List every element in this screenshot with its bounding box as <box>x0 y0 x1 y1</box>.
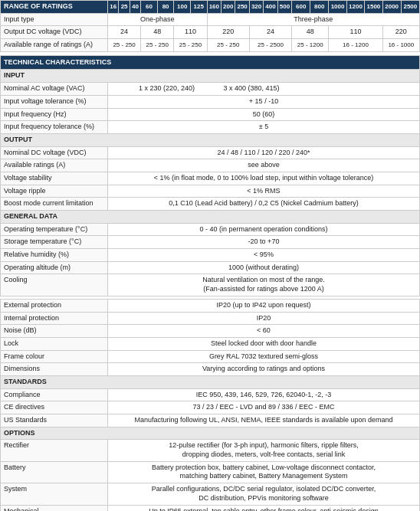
col-200: 200 <box>221 1 235 14</box>
output-dc-48-1: 48 <box>141 26 174 39</box>
mechanical-value: Up to IP65 external, top cable entry, ot… <box>108 505 420 511</box>
input-frequency-value: 50 (60) <box>108 108 420 121</box>
cooling-label: Cooling <box>1 274 108 296</box>
voltage-ripple-value: < 1% RMS <box>108 185 420 198</box>
options-section-row: OPTIONS <box>1 427 420 440</box>
col-40: 40 <box>130 1 140 14</box>
col-60: 60 <box>141 1 158 14</box>
dimensions-value: Varying according to ratings and options <box>108 363 420 376</box>
output-dc-24-2: 24 <box>249 26 291 39</box>
input-voltage-tolerance-value: + 15 / -10 <box>108 95 420 108</box>
altitude-value: 1000 (without derating) <box>108 261 420 274</box>
col-800: 800 <box>310 1 329 14</box>
col-160: 160 <box>207 1 221 14</box>
standards-section-row: STANDARDS <box>1 375 420 388</box>
voltage-stability-label: Voltage stability <box>1 172 108 185</box>
available-ratings-label: Available ratings (A) <box>1 159 108 172</box>
external-protection-row: External protection IP20 (up to IP42 upo… <box>1 299 420 312</box>
general-data-section-header: GENERAL DATA <box>1 211 420 224</box>
nominal-dc-value: 24 / 48 / 110 / 120 / 220 / 240* <box>108 146 420 159</box>
output-dc-voltage-label: Output DC voltage (VDC) <box>1 26 108 39</box>
col-600: 600 <box>292 1 310 14</box>
voltage-ripple-label: Voltage ripple <box>1 185 108 198</box>
internal-protection-label: Internal protection <box>1 312 108 325</box>
noise-row: Noise (dB) < 60 <box>1 325 420 338</box>
col-1000: 1000 <box>329 1 346 14</box>
col-80: 80 <box>157 1 174 14</box>
system-label: System <box>1 483 108 505</box>
frame-colour-value: Grey RAL 7032 textured semi-gloss <box>108 350 420 363</box>
battery-value: Battery protection box, battery cabinet,… <box>108 461 420 483</box>
col-320: 320 <box>249 1 263 14</box>
us-standards-label: US Standards <box>1 414 108 427</box>
range-header-title: RANGE OF RATINGS <box>1 1 108 14</box>
range-25-250-2: 25 - 250 <box>141 39 174 52</box>
output-dc-110-2: 110 <box>329 26 382 39</box>
standards-section-header: STANDARDS <box>1 375 420 388</box>
input-type-row: Input type One-phase Three-phase <box>1 13 420 26</box>
mechanical-row: Mechanical Up to IP65 external, top cabl… <box>1 505 420 511</box>
altitude-label: Operating altitude (m) <box>1 261 108 274</box>
col-500: 500 <box>277 1 291 14</box>
battery-row: Battery Battery protection box, battery … <box>1 461 420 483</box>
col-25: 25 <box>119 1 130 14</box>
nominal-dc-row: Nominal DC voltage (VDC) 24 / 48 / 110 /… <box>1 146 420 159</box>
boost-mode-row: Boost mode current limitation 0,1 C10 (L… <box>1 198 420 211</box>
dimensions-label: Dimensions <box>1 363 108 376</box>
range-25-2500: 25 - 2500 <box>249 39 291 52</box>
dimensions-row: Dimensions Varying according to ratings … <box>1 363 420 376</box>
range-16-1000: 16 - 1000 <box>382 39 419 52</box>
col-125: 125 <box>190 1 207 14</box>
nominal-ac-row: Nominal AC voltage (VAC) 1 x 230 (220, 2… <box>1 83 420 96</box>
storage-temp-row: Storage temperature (°C) -20 to +70 <box>1 236 420 249</box>
humidity-value: < 95% <box>108 249 420 262</box>
nominal-dc-label: Nominal DC voltage (VDC) <box>1 146 108 159</box>
external-protection-label: External protection <box>1 299 108 312</box>
input-voltage-tolerance-label: Input voltage tolerance (%) <box>1 95 108 108</box>
input-freq-tolerance-value: ± 5 <box>108 121 420 134</box>
rectifier-value: 12-pulse rectifier (for 3-ph input), har… <box>108 440 420 461</box>
available-range-row: Available range of ratings (A) 25 - 250 … <box>1 39 420 52</box>
battery-label: Battery <box>1 461 108 483</box>
compliance-row: Compliance IEC 950, 439, 146, 529, 726, … <box>1 388 420 401</box>
options-section-header: OPTIONS <box>1 427 420 440</box>
operating-temp-label: Operating temperature (°C) <box>1 223 108 236</box>
voltage-ripple-row: Voltage ripple < 1% RMS <box>1 185 420 198</box>
output-dc-48-2: 48 <box>292 26 329 39</box>
ce-directives-label: CE directives <box>1 401 108 414</box>
range-25-250-3: 25 - 250 <box>174 39 207 52</box>
ce-directives-value: 73 / 23 / EEC - LVD and 89 / 336 / EEC -… <box>108 401 420 414</box>
compliance-label: Compliance <box>1 388 108 401</box>
col-16: 16 <box>108 1 119 14</box>
voltage-stability-value: < 1% (in float mode, 0 to 100% load step… <box>108 172 420 185</box>
noise-label: Noise (dB) <box>1 325 108 338</box>
col-400: 400 <box>264 1 277 14</box>
available-ratings-row: Available ratings (A) see above <box>1 159 420 172</box>
input-frequency-label: Input frequency (Hz) <box>1 108 108 121</box>
us-standards-row: US Standards Manufacturing following UL,… <box>1 414 420 427</box>
boost-mode-label: Boost mode current limitation <box>1 198 108 211</box>
col-1200: 1200 <box>346 1 364 14</box>
available-range-label: Available range of ratings (A) <box>1 39 108 52</box>
input-type-threephase: Three-phase <box>207 13 419 26</box>
system-row: System Parallel configurations, DC/DC se… <box>1 483 420 505</box>
general-data-section-row: GENERAL DATA <box>1 211 420 224</box>
nominal-ac-label: Nominal AC voltage (VAC) <box>1 83 108 96</box>
input-voltage-tolerance-row: Input voltage tolerance (%) + 15 / -10 <box>1 95 420 108</box>
col-250: 250 <box>235 1 249 14</box>
system-value: Parallel configurations, DC/DC serial re… <box>108 483 420 505</box>
output-dc-220-2: 220 <box>382 26 419 39</box>
lock-label: Lock <box>1 337 108 350</box>
tech-char-header-row: TECHNICAL CHARACTERISTICS <box>1 55 420 70</box>
tech-char-header: TECHNICAL CHARACTERISTICS <box>1 55 420 70</box>
range-25-250-1: 25 - 250 <box>108 39 141 52</box>
operating-temp-row: Operating temperature (°C) 0 - 40 (in pe… <box>1 223 420 236</box>
rectifier-label: Rectifier <box>1 440 108 461</box>
cooling-value: Natural ventilation on most of the range… <box>108 274 420 296</box>
input-frequency-row: Input frequency (Hz) 50 (60) <box>1 108 420 121</box>
humidity-label: Relative humidity (%) <box>1 249 108 262</box>
boost-mode-value: 0,1 C10 (Lead Acid battery) / 0,2 C5 (Ni… <box>108 198 420 211</box>
input-freq-tolerance-row: Input frequency tolerance (%) ± 5 <box>1 121 420 134</box>
range-25-250-4: 25 - 250 <box>207 39 249 52</box>
technical-characteristics-table: TECHNICAL CHARACTERISTICS INPUT Nominal … <box>0 55 420 511</box>
